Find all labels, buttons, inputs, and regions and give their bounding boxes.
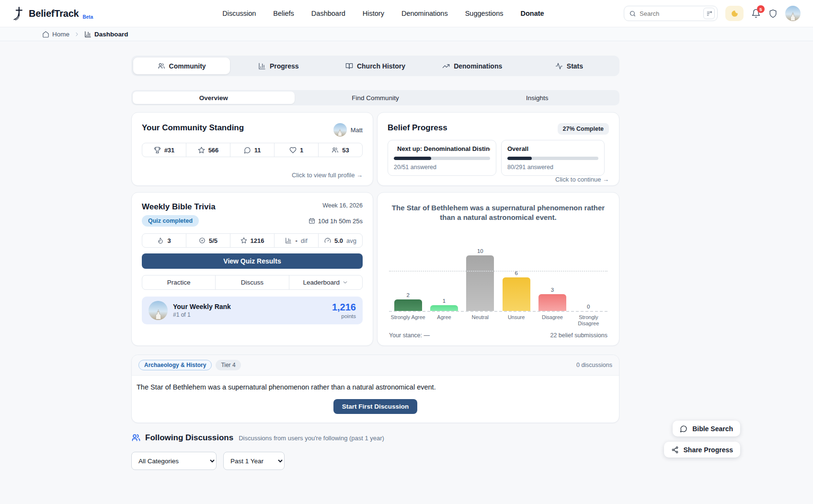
dashboard-icon: [84, 31, 92, 38]
chart-bar-slot[interactable]: 3: [534, 287, 570, 311]
dark-mode-toggle[interactable]: [725, 6, 744, 21]
nextup-progress-fill: [394, 157, 431, 160]
submissions-count: 22 belief submissions: [550, 332, 607, 339]
following-discussions-header: Following Discussions Discussions from u…: [131, 433, 619, 443]
click-to-continue-link[interactable]: Click to continue →: [388, 176, 609, 183]
tier-badge: Tier 4: [216, 360, 240, 370]
nav-history[interactable]: History: [363, 10, 384, 17]
bible-search-button[interactable]: Bible Search: [673, 421, 740, 436]
stat-average: 5.0 avg: [318, 234, 362, 247]
stat-comments: 11: [230, 143, 274, 157]
view-full-profile-link[interactable]: Click to view full profile →: [142, 172, 363, 179]
overall-progress-box[interactable]: Overall 80/291 answered: [501, 140, 605, 176]
star-icon: [240, 237, 247, 244]
tab-community[interactable]: Community: [133, 57, 230, 74]
stat-quiz-points: 1216: [230, 234, 274, 247]
tab-progress[interactable]: Progress: [230, 57, 327, 74]
user-chip[interactable]: Matt: [333, 123, 363, 137]
chart-bar-slot[interactable]: 6: [498, 270, 534, 311]
discussion-header: Archaeology & History Tier 4 0 discussio…: [132, 355, 619, 376]
brand-name: BeliefTrack: [29, 8, 79, 19]
search-box[interactable]: [624, 6, 718, 21]
community-stats-row: #31 566 11 1 53: [142, 143, 363, 157]
search-input[interactable]: [640, 10, 700, 17]
share-progress-button[interactable]: Share Progress: [664, 442, 741, 458]
beta-badge: Beta: [83, 14, 93, 20]
next-up-progress-box[interactable]: Next up: Denominational Distincti... 20/…: [388, 140, 496, 176]
time-range-select[interactable]: Past 1 Year: [223, 452, 285, 470]
home-icon: [42, 31, 49, 38]
subtab-find-community[interactable]: Find Community: [295, 92, 457, 104]
header-actions: 5: [624, 6, 801, 21]
trophy-icon: [154, 147, 161, 154]
stat-difficulty: - dif: [274, 234, 318, 247]
bar: [430, 305, 458, 311]
tab-stats[interactable]: Stats: [521, 57, 618, 74]
user-avatar[interactable]: [785, 6, 801, 21]
breadcrumb-home[interactable]: Home: [42, 31, 69, 38]
rank-avatar: [149, 301, 168, 320]
bar-label: Neutral: [462, 312, 498, 328]
shield-icon: [768, 9, 778, 18]
next-up-progress-track: [394, 157, 490, 160]
nav-beliefs[interactable]: Beliefs: [273, 10, 294, 17]
trending-up-icon: [442, 62, 450, 70]
nav-discussion[interactable]: Discussion: [222, 10, 256, 17]
chart-title: The Star of Bethlehem was a supernatural…: [389, 203, 607, 223]
breadcrumb-current: Dashboard: [84, 31, 128, 38]
user-avatar-small: [333, 123, 347, 137]
following-filters: All Categories Past 1 Year: [131, 452, 619, 470]
subtab-overview[interactable]: Overview: [133, 92, 295, 104]
nav-donate[interactable]: Donate: [520, 10, 544, 17]
subtab-insights[interactable]: Insights: [456, 92, 618, 104]
star-icon: [198, 147, 205, 154]
moon-icon: [731, 10, 739, 18]
nav-suggestions[interactable]: Suggestions: [465, 10, 504, 17]
main-tabbar: Community Progress Church History Denomi…: [131, 56, 619, 76]
chart-category-labels: Strongly Agree Agree Neutral Unsure Disa…: [389, 312, 607, 328]
trivia-tab-practice[interactable]: Practice: [142, 275, 215, 289]
bar: [394, 299, 422, 310]
weekly-trivia-card: Weekly Bible Trivia Week 16, 2026 Quiz c…: [131, 192, 373, 346]
rank-points: 1,216: [332, 302, 356, 313]
chart-bar-slot[interactable]: 1: [426, 298, 462, 311]
overall-answered: 80/291 answered: [507, 164, 598, 171]
chart-bar-slot[interactable]: 0: [571, 304, 607, 311]
gauge-icon: [324, 237, 331, 244]
trivia-tabs: Practice Discuss Leaderboard: [142, 275, 363, 290]
bar-label: Disagree: [534, 312, 570, 328]
community-standing-card: Your Community Standing Matt #31 566: [131, 112, 373, 186]
nav-dashboard[interactable]: Dashboard: [311, 10, 345, 17]
nav-denominations[interactable]: Denominations: [401, 10, 448, 17]
belief-bar-chart: 2 1 10 6 3 0 Strongly Agree Agree Neutra…: [389, 227, 607, 328]
following-title: Following Discussions: [145, 433, 233, 443]
chart-bar-slot[interactable]: 2: [390, 292, 426, 310]
chevron-down-icon: [342, 279, 348, 286]
category-filter-select[interactable]: All Categories: [131, 452, 217, 470]
tab-denominations[interactable]: Denominations: [424, 57, 521, 74]
notifications-button[interactable]: 5: [751, 9, 761, 18]
category-badge[interactable]: Archaeology & History: [138, 360, 212, 370]
calendar-clock-icon: [309, 218, 315, 224]
bar: [538, 294, 566, 311]
search-filter-icon[interactable]: [703, 8, 715, 19]
view-quiz-results-button[interactable]: View Quiz Results: [142, 253, 363, 269]
chart-bar-slot[interactable]: 10: [462, 248, 498, 311]
bar-label: Agree: [426, 312, 462, 328]
shield-button[interactable]: [768, 9, 778, 18]
bar-chart-icon: [258, 62, 266, 70]
trivia-tab-leaderboard[interactable]: Leaderboard: [289, 275, 362, 289]
trivia-title: Weekly Bible Trivia: [142, 202, 216, 212]
following-subtitle: Discussions from users you're following …: [239, 435, 384, 442]
breadcrumb: Home Dashboard: [0, 27, 813, 41]
trivia-tab-discuss[interactable]: Discuss: [215, 275, 288, 289]
overall-progress-fill: [507, 157, 532, 160]
weekly-rank-row[interactable]: Your Weekly Rank #1 of 1 1,216 points: [142, 297, 363, 324]
heart-icon: [289, 147, 297, 154]
next-up-answered: 20/51 answered: [394, 164, 490, 171]
tab-church-history[interactable]: Church History: [327, 57, 424, 74]
brand[interactable]: BeliefTrack Beta: [12, 6, 93, 21]
bar-label: Strongly Disagree: [571, 312, 607, 328]
bar-value: 1: [443, 298, 446, 304]
start-first-discussion-button[interactable]: Start First Discussion: [333, 399, 418, 414]
